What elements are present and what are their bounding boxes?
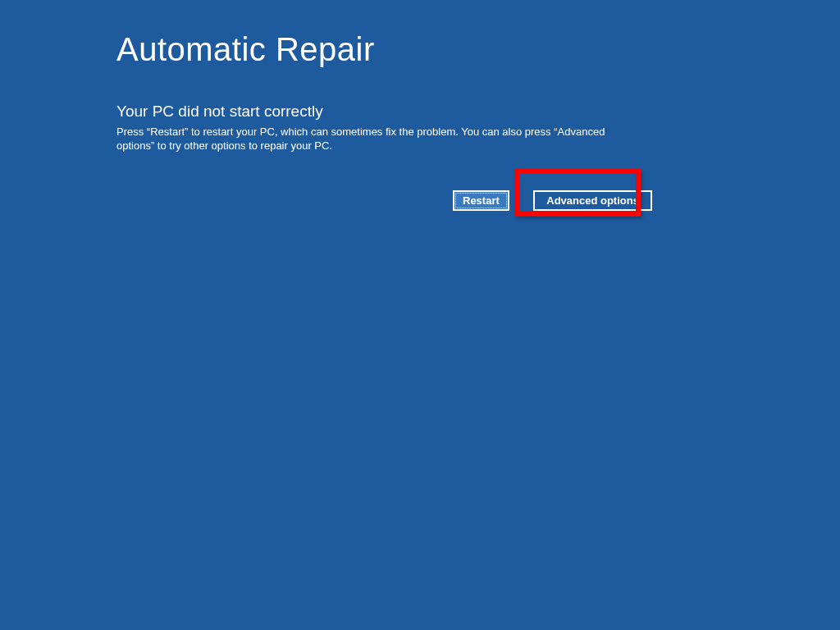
description-text: Press “Restart” to restart your PC, whic…: [116, 126, 641, 153]
recovery-screen: Automatic Repair Your PC did not start c…: [0, 0, 840, 211]
advanced-options-button[interactable]: Advanced options: [533, 190, 652, 211]
subtitle: Your PC did not start correctly: [116, 103, 840, 121]
page-title: Automatic Repair: [116, 31, 840, 68]
button-row: Restart Advanced options: [116, 190, 840, 211]
restart-button[interactable]: Restart: [453, 190, 509, 211]
